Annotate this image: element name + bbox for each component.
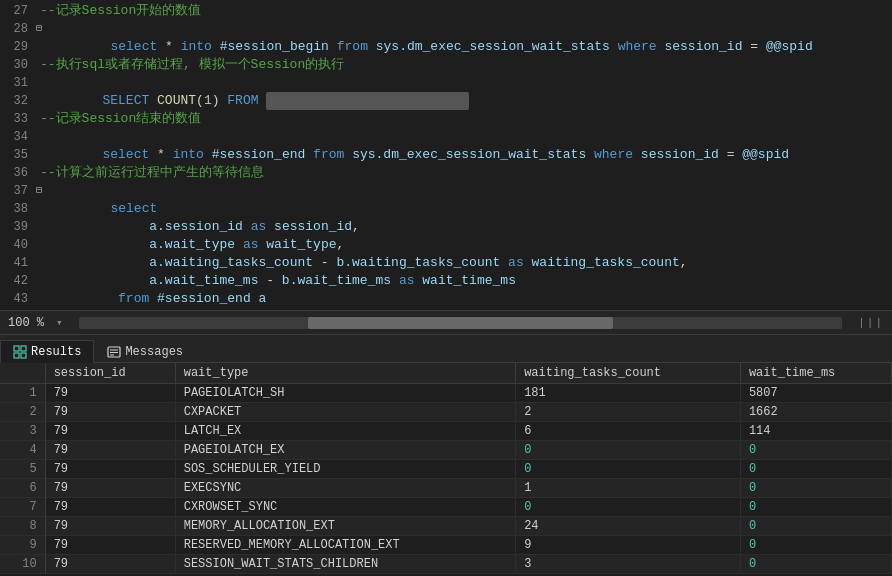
code-editor: 27 --记录Session开始的数值 28 ⊟ select * into #… — [0, 0, 892, 310]
cell-wait-time: 0 — [740, 460, 891, 479]
table-row[interactable]: 1079SESSION_WAIT_STATS_CHILDREN30 — [0, 555, 892, 574]
code-line-32: 32 — [0, 92, 892, 110]
cell-session-id: 79 — [45, 403, 175, 422]
cell-session-id: 79 — [45, 536, 175, 555]
cell-wait-time: 0 — [740, 479, 891, 498]
cell-waiting-tasks: 0 — [516, 498, 741, 517]
line-number: 41 — [0, 254, 36, 272]
table-row[interactable]: 879MEMORY_ALLOCATION_EXT240 — [0, 517, 892, 536]
cell-session-id: 79 — [45, 441, 175, 460]
code-line-28: 28 ⊟ select * into #session_begin from s… — [0, 20, 892, 38]
horizontal-scrollbar[interactable] — [79, 317, 843, 329]
row-number: 7 — [0, 498, 45, 517]
cell-wait-time: 0 — [740, 441, 891, 460]
tab-results[interactable]: Results — [0, 340, 94, 363]
line-number: 40 — [0, 236, 36, 254]
table-header-row: session_id wait_type waiting_tasks_count… — [0, 363, 892, 384]
row-number: 8 — [0, 517, 45, 536]
table-row[interactable]: 179PAGEIOLATCH_SH1815807 — [0, 384, 892, 403]
results-tabs: Results Messages — [0, 335, 892, 363]
cell-waiting-tasks: 24 — [516, 517, 741, 536]
line-number: 31 — [0, 74, 36, 92]
cell-waiting-tasks: 181 — [516, 384, 741, 403]
code-line-44: 44 order by wait_time_ms desc — [0, 308, 892, 310]
line-content: --记录Session开始的数值 — [36, 2, 892, 20]
line-number: 27 — [0, 2, 36, 20]
col-waiting-tasks: waiting_tasks_count — [516, 363, 741, 384]
col-wait-time: wait_time_ms — [740, 363, 891, 384]
code-line-38: 38 a.session_id as session_id, — [0, 200, 892, 218]
cell-wait-time: 0 — [740, 555, 891, 574]
code-line-41: 41 a.wait_time_ms - b.wait_time_ms as wa… — [0, 254, 892, 272]
cell-wait-time: 0 — [740, 517, 891, 536]
code-lines: 27 --记录Session开始的数值 28 ⊟ select * into #… — [0, 0, 892, 310]
row-number: 10 — [0, 555, 45, 574]
line-number: 32 — [0, 92, 36, 110]
code-line-42: 42 from #session_end a — [0, 272, 892, 290]
cell-wait-type: CXROWSET_SYNC — [175, 498, 515, 517]
svg-rect-1 — [21, 346, 26, 351]
cell-session-id: 79 — [45, 498, 175, 517]
cell-wait-time: 5807 — [740, 384, 891, 403]
line-number: 37 — [0, 182, 36, 200]
cell-wait-type: RESERVED_MEMORY_ALLOCATION_EXT — [175, 536, 515, 555]
cell-wait-time: 1662 — [740, 403, 891, 422]
line-number: 35 — [0, 146, 36, 164]
tab-results-label: Results — [31, 345, 81, 359]
code-line-31: 31 SELECT COUNT(1) FROM — [0, 74, 892, 92]
cell-session-id: 79 — [45, 384, 175, 403]
cell-wait-time: 0 — [740, 498, 891, 517]
code-line-37: 37 ⊟ select — [0, 182, 892, 200]
code-line-40: 40 a.waiting_tasks_count - b.waiting_tas… — [0, 236, 892, 254]
cell-wait-time: 114 — [740, 422, 891, 441]
code-line-43: 43 left join #session_begin b on a.sessi… — [0, 290, 892, 308]
results-table-container[interactable]: session_id wait_type waiting_tasks_count… — [0, 363, 892, 576]
cell-wait-type: SOS_SCHEDULER_YIELD — [175, 460, 515, 479]
tab-messages[interactable]: Messages — [94, 340, 196, 363]
cell-waiting-tasks: 0 — [516, 460, 741, 479]
bottom-toolbar: 100 % ▾ ||| — [0, 310, 892, 334]
row-num-header — [0, 363, 45, 384]
cell-wait-time: 0 — [740, 536, 891, 555]
code-line-35: 35 — [0, 146, 892, 164]
svg-rect-0 — [14, 346, 19, 351]
messages-icon — [107, 345, 121, 359]
row-number: 1 — [0, 384, 45, 403]
line-number: 30 — [0, 56, 36, 74]
line-number: 34 — [0, 128, 36, 146]
line-content: --记录Session结束的数值 — [36, 110, 892, 128]
table-row[interactable]: 979RESERVED_MEMORY_ALLOCATION_EXT90 — [0, 536, 892, 555]
cell-waiting-tasks: 6 — [516, 422, 741, 441]
code-line-36: 36 --计算之前运行过程中产生的等待信息 — [0, 164, 892, 182]
row-number: 3 — [0, 422, 45, 441]
results-table: session_id wait_type waiting_tasks_count… — [0, 363, 892, 574]
line-number: 39 — [0, 218, 36, 236]
results-panel: Results Messages session_id wait_type — [0, 334, 892, 576]
line-number: 42 — [0, 272, 36, 290]
row-number: 6 — [0, 479, 45, 498]
cell-waiting-tasks: 2 — [516, 403, 741, 422]
cell-wait-type: MEMORY_ALLOCATION_EXT — [175, 517, 515, 536]
collapse-icon[interactable]: ⊟ — [36, 20, 42, 38]
line-number: 38 — [0, 200, 36, 218]
line-content: --计算之前运行过程中产生的等待信息 — [36, 164, 892, 182]
collapse-icon[interactable]: ⊟ — [36, 182, 42, 200]
table-row[interactable]: 579SOS_SCHEDULER_YIELD00 — [0, 460, 892, 479]
code-line-34: 34 select * into #session_end from sys.d… — [0, 128, 892, 146]
cell-session-id: 79 — [45, 460, 175, 479]
row-number: 9 — [0, 536, 45, 555]
row-number: 5 — [0, 460, 45, 479]
results-body: 179PAGEIOLATCH_SH1815807279CXPACKET21662… — [0, 384, 892, 574]
table-row[interactable]: 479PAGEIOLATCH_EX00 — [0, 441, 892, 460]
table-row[interactable]: 679EXECSYNC10 — [0, 479, 892, 498]
cell-wait-type: SESSION_WAIT_STATS_CHILDREN — [175, 555, 515, 574]
line-number: 36 — [0, 164, 36, 182]
zoom-level[interactable]: 100 % — [8, 316, 44, 330]
line-number: 43 — [0, 290, 36, 308]
cell-waiting-tasks: 0 — [516, 441, 741, 460]
table-row[interactable]: 279CXPACKET21662 — [0, 403, 892, 422]
table-row[interactable]: 779CXROWSET_SYNC00 — [0, 498, 892, 517]
cell-session-id: 79 — [45, 517, 175, 536]
table-row[interactable]: 379LATCH_EX6114 — [0, 422, 892, 441]
zoom-icon: ▾ — [56, 316, 63, 329]
